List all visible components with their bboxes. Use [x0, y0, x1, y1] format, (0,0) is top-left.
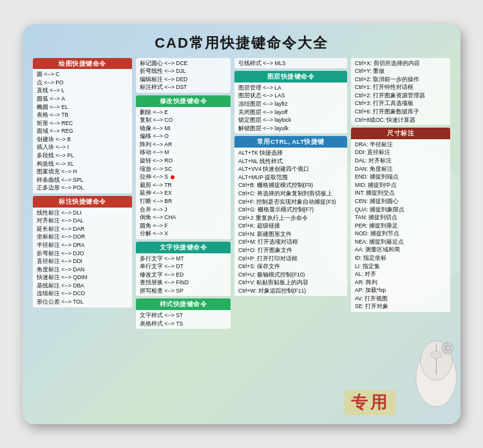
draw-row: 点 <--> PO	[35, 79, 129, 87]
draw-row: 矩形 <--> REC	[35, 119, 129, 128]
alt-body: ALT+TK 快捷选择 ALT+NL 线性样式 ALT+VV4 快速创建四个视口…	[234, 148, 347, 296]
draw-row: 插入块 <--> I	[35, 143, 129, 151]
ann-row: 连续标注 <--> DCO	[35, 289, 129, 298]
draw-row: 样条曲线 <--> SPL	[35, 176, 129, 184]
column-1: 绘图快捷键命令 圆 <--> C 点 <--> PO 直线 <--> L 圆弧 …	[33, 58, 132, 416]
text-section: 文字快捷键命令 多行文字 <--> MT 单行文字 <--> DT 修改文字 <…	[136, 242, 231, 297]
draw-body: 圆 <--> C 点 <--> PO 直线 <--> L 圆弧 <--> A 椭…	[33, 69, 132, 193]
annotate-section: 标注快捷键命令 线性标注 <--> DLI 对齐标注 <--> DAL 延长标注…	[33, 196, 132, 307]
ann-row: 角度标注 <--> DAN	[35, 266, 129, 274]
ann-row: 线性标注 <--> DLI	[35, 209, 129, 217]
column-4: Ctrl+X: 剪切所选择的内容 Ctrl+Y: 重做 Ctrl+Z: 取消前一…	[351, 58, 450, 416]
style-body: 文字样式 <--> ST 表格样式 <--> TS	[136, 310, 231, 329]
draw-row: 直线 <--> L	[35, 86, 129, 95]
ann-row: 坐标标注 <--> DOR	[35, 233, 129, 241]
draw-row: 圆 <--> C	[35, 70, 129, 79]
draw-row: 圆弧 <--> A	[35, 95, 129, 103]
ann-row: 对齐标注 <--> DAL	[35, 217, 129, 225]
content-area: 绘图快捷键命令 圆 <--> C 点 <--> PO 直线 <--> L 圆弧 …	[33, 58, 450, 416]
draw-row: 构造线 <--> XL	[35, 160, 129, 168]
ann-row: 延长标注 <--> DAR	[35, 225, 129, 233]
draw-row: 椭圆 <--> EL	[35, 103, 129, 112]
modify-section: 修改快捷键命令 删除 <--> E 复制 <--> CO 镜像 <--> MI …	[136, 95, 231, 239]
mls-section: 引线样式 <--> MLS	[234, 58, 347, 69]
misc-body: 标记圆心 <--> DCE 折弯线性 <--> DJL 编辑标注 <--> DE…	[136, 58, 231, 93]
draw-row: 多段线 <--> PL	[35, 151, 129, 160]
draw-row: 表格 <--> TB	[35, 111, 129, 119]
alt-header: 常用CTRL, ALT快捷键	[234, 136, 347, 148]
dim-section: 尺寸标注 DRA: 半径标注 DDI: 直径标注 DAL: 对齐标注 DAN: …	[351, 128, 450, 312]
layer-section: 图层快捷键命令 图层管理 <--> LA 图层状态 <--> LAS 冻结图层 …	[234, 71, 347, 133]
ann-row: 基线标注 <--> DBA	[35, 282, 129, 290]
modify-header: 修改快捷键命令	[136, 95, 231, 107]
text-body: 多行文字 <--> MT 单行文字 <--> DT 修改文字 <--> ED 查…	[136, 253, 231, 297]
alt-section: 常用CTRL, ALT快捷键 ALT+TK 快捷选择 ALT+NL 线性样式 A…	[234, 136, 347, 296]
mls-body: 引线样式 <--> MLS	[234, 58, 347, 69]
misc-section: 标记圆心 <--> DCE 折弯线性 <--> DJL 编辑标注 <--> DE…	[136, 58, 231, 93]
draw-header: 绘图快捷键命令	[33, 58, 132, 70]
draw-row: 面域 <--> REG	[35, 127, 129, 135]
ctrlx-body: Ctrl+X: 剪切所选择的内容 Ctrl+Y: 重做 Ctrl+Z: 取消前一…	[351, 58, 450, 126]
ann-row: 半径标注 <--> DRA	[35, 241, 129, 249]
ann-row: 快速标注 <--> QDIM	[35, 273, 129, 282]
page-title: CAD常用快捷键命令大全	[33, 34, 450, 53]
style-header: 样式快捷键命令	[136, 298, 231, 310]
style-section: 样式快捷键命令 文字样式 <--> ST 表格样式 <--> TS	[136, 298, 231, 329]
ann-row: 直径标注 <--> DDI	[35, 257, 129, 266]
layer-header: 图层快捷键命令	[234, 71, 347, 83]
draw-row: 图案填充 <--> H	[35, 168, 129, 176]
layer-body: 图层管理 <--> LA 图层状态 <--> LAS 冻结图层 <--> lay…	[234, 83, 347, 133]
annotate-header: 标注快捷键命令	[33, 196, 132, 208]
text-header: 文字快捷键命令	[136, 242, 231, 253]
draw-row: 创建块 <--> B	[35, 135, 129, 144]
draw-section: 绘图快捷键命令 圆 <--> C 点 <--> PO 直线 <--> L 圆弧 …	[33, 58, 132, 193]
draw-row: 正多边形 <--> POL	[35, 184, 129, 192]
ann-row: 形位公差 <--> TOL	[35, 298, 129, 306]
mousepad: CAD常用快捷键命令大全 绘图快捷键命令 圆 <--> C 点 <--> PO …	[23, 24, 460, 424]
column-2: 标记圆心 <--> DCE 折弯线性 <--> DJL 编辑标注 <--> DE…	[136, 58, 231, 416]
modify-body: 删除 <--> E 复制 <--> CO 镜像 <--> MI 偏移 <--> …	[136, 107, 231, 239]
dim-body: DRA: 半径标注 DDI: 直径标注 DAL: 对齐标注 DAN: 角度标注 …	[351, 139, 450, 312]
annotate-body: 线性标注 <--> DLI 对齐标注 <--> DAL 延长标注 <--> DA…	[33, 208, 132, 307]
ctrlx-section: Ctrl+X: 剪切所选择的内容 Ctrl+Y: 重做 Ctrl+Z: 取消前一…	[351, 58, 450, 126]
column-3: 引线样式 <--> MLS 图层快捷键命令 图层管理 <--> LA 图层状态 …	[234, 58, 347, 416]
ann-row: 折弯标注 <--> DJO	[35, 249, 129, 258]
dim-header: 尺寸标注	[351, 128, 450, 139]
